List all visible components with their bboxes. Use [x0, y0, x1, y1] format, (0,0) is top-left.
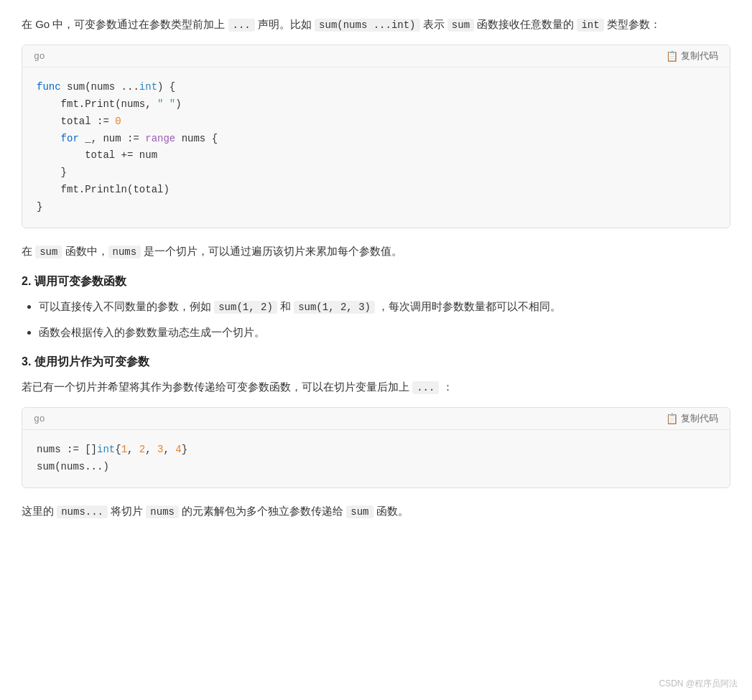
- inline-code-sum-sig: sum(nums ...int): [315, 19, 419, 32]
- code-block-2: go 📋 复制代码 nums := []int{1, 2, 3, 4} sum(…: [22, 407, 730, 488]
- code-lang-1: go: [34, 51, 45, 62]
- code-block-1: go 📋 复制代码 func sum(nums ...int) { fmt.Pr…: [22, 45, 730, 228]
- footer-paragraph: 这里的 nums... 将切片 nums 的元素解包为多个独立参数传递给 sum…: [22, 501, 730, 521]
- intro-paragraph: 在 Go 中，可变参数通过在参数类型前加上 ... 声明。比如 sum(nums…: [22, 14, 730, 34]
- list-item-2: 函数会根据传入的参数数量动态生成一个切片。: [39, 322, 730, 342]
- inline-code-dots: ...: [228, 19, 255, 32]
- copy-button-2[interactable]: 📋 复制代码: [666, 412, 718, 425]
- copy-label-2: 复制代码: [681, 412, 718, 425]
- copy-icon-2: 📋: [666, 413, 678, 424]
- inline-code-sum2: sum: [35, 246, 62, 258]
- inline-code-nums: nums: [108, 246, 141, 258]
- inline-code-nums-dots: nums...: [57, 505, 108, 518]
- code-block-2-header: go 📋 复制代码: [22, 408, 730, 430]
- inline-code-sum: sum: [447, 19, 474, 32]
- code-block-2-body: nums := []int{1, 2, 3, 4} sum(nums...): [22, 430, 730, 487]
- inline-code-dots2: ...: [412, 381, 439, 394]
- inline-code-nums2: nums: [146, 505, 179, 518]
- code-lang-2: go: [34, 414, 45, 424]
- inline-code-sum3: sum: [346, 505, 373, 518]
- list-item-1: 可以直接传入不同数量的参数，例如 sum(1, 2) 和 sum(1, 2, 3…: [39, 297, 730, 317]
- inline-code-sum12: sum(1, 2): [214, 301, 277, 314]
- inline-code-int: int: [577, 19, 603, 32]
- section-2-list: 可以直接传入不同数量的参数，例如 sum(1, 2) 和 sum(1, 2, 3…: [39, 297, 730, 342]
- sum-description: 在 sum 函数中，nums 是一个切片，可以通过遍历该切片来累加每个参数值。: [22, 241, 730, 261]
- code-block-1-body: func sum(nums ...int) { fmt.Print(nums, …: [22, 67, 730, 227]
- section-3-heading: 3. 使用切片作为可变参数: [22, 355, 730, 370]
- copy-button-1[interactable]: 📋 复制代码: [666, 50, 718, 62]
- inline-code-sum123: sum(1, 2, 3): [294, 301, 375, 314]
- section-3-desc: 若已有一个切片并希望将其作为参数传递给可变参数函数，可以在切片变量后加上 ...…: [22, 377, 730, 397]
- code-block-1-header: go 📋 复制代码: [22, 45, 730, 67]
- copy-icon-1: 📋: [666, 50, 678, 62]
- copy-label-1: 复制代码: [681, 50, 718, 62]
- section-2-heading: 2. 调用可变参数函数: [22, 274, 730, 289]
